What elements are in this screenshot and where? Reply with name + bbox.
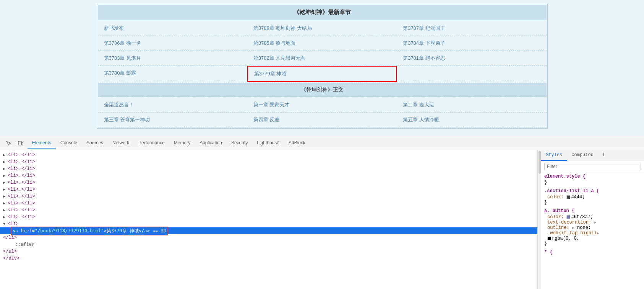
html-line[interactable]: ::after <box>0 241 537 248</box>
devtools-main: ▶ <li>…</li>▶ <li>…</li>▶ <li>…</li>▶ <l… <box>0 150 644 289</box>
scroll-thumb <box>539 151 541 174</box>
styles-tab-styles[interactable]: Styles <box>541 150 567 161</box>
table-cell[interactable]: 第3787章 纪沅国王 <box>397 21 546 36</box>
tab-security[interactable]: Security <box>227 138 252 149</box>
html-line[interactable]: ▶ <li>…</li> <box>0 200 537 207</box>
style-rule: a, button {color: #6f78a7;text-decoratio… <box>544 208 641 247</box>
latest-rows: 新书发布第3788章 乾坤剑神 大结局第3787章 纪沅国王第3786章 徐一名… <box>98 21 547 82</box>
table-row: 新书发布第3788章 乾坤剑神 大结局第3787章 纪沅国王 <box>98 21 547 36</box>
table-cell[interactable]: 第3786章 徐一名 <box>98 36 247 51</box>
table-cell[interactable]: 第3785章 脸与地面 <box>247 36 397 51</box>
styles-scrollbar[interactable] <box>538 150 541 289</box>
table-title: 《乾坤剑神》最新章节 <box>98 5 547 20</box>
cursor-icon[interactable] <box>3 138 14 149</box>
html-line[interactable]: ▶ <li>…</li> <box>0 165 537 172</box>
html-line[interactable]: </div> <box>0 255 537 262</box>
style-selector: * { <box>544 250 641 255</box>
html-line[interactable]: ▶ <li>…</li> <box>0 179 537 186</box>
tab-lighthouse[interactable]: Lighthouse <box>252 138 284 149</box>
tab-performance[interactable]: Performance <box>134 138 169 149</box>
styles-tab-l[interactable]: L <box>598 150 610 161</box>
html-line[interactable]: <a href="/book/9118/3329130.html">第3779章… <box>0 227 537 234</box>
table-cell[interactable]: 第二章 走大运 <box>397 98 546 112</box>
tab-network[interactable]: Network <box>108 138 134 149</box>
elements-panel[interactable]: ▶ <li>…</li>▶ <li>…</li>▶ <li>…</li>▶ <l… <box>0 150 538 289</box>
table-row: 第3786章 徐一名第3785章 脸与地面第3784章 下界弟子 <box>98 36 547 51</box>
table-cell[interactable]: 第四章 反差 <box>247 113 397 127</box>
style-selector: .section-list li a { <box>544 188 641 194</box>
table-cell[interactable]: 第五章 人情冷暖 <box>397 113 546 127</box>
webpage-area: 《乾坤剑神》最新章节 新书发布第3788章 乾坤剑神 大结局第3787章 纪沅国… <box>0 0 644 136</box>
device-icon[interactable] <box>15 138 26 149</box>
table-cell[interactable]: 全渠道感言！ <box>98 98 247 112</box>
tab-console[interactable]: Console <box>56 138 82 149</box>
style-close: } <box>544 200 641 205</box>
table-row: 第三章 苍穹第一神功第四章 反差第五章 人情冷暖 <box>98 113 547 127</box>
table-cell[interactable]: 第3782章 又见黑河天君 <box>247 51 397 65</box>
table-row: 第3780章 影露第3779章 神域 <box>98 66 547 82</box>
html-line[interactable]: ▶ <li>…</li> <box>0 193 537 200</box>
style-property: rgba(0, 0, <box>547 236 641 241</box>
devtools-tabs: ElementsConsoleSourcesNetworkPerformance… <box>28 138 310 149</box>
table-cell[interactable]: 第3781章 绝不容忍 <box>397 51 546 65</box>
styles-tabs: StylesComputedL <box>541 150 644 161</box>
content-table: 《乾坤剑神》最新章节 新书发布第3788章 乾坤剑神 大结局第3787章 纪沅国… <box>97 4 548 129</box>
style-rule: .section-list li a {color: #444;} <box>544 188 641 205</box>
html-line[interactable]: ▶ <li>…</li> <box>0 158 537 165</box>
table-cell[interactable]: 第3788章 乾坤剑神 大结局 <box>247 21 397 36</box>
style-property: text-decoration: ▶ <box>547 220 641 225</box>
svg-rect-1 <box>22 142 23 145</box>
svg-rect-0 <box>18 141 21 145</box>
styles-panel: StylesComputedL element.style {}.section… <box>541 150 644 289</box>
style-rule: element.style {} <box>544 174 641 185</box>
section2-title: 《乾坤剑神》正文 <box>98 83 547 97</box>
tab-sources[interactable]: Sources <box>82 138 108 149</box>
style-block: color: #6f78a7;text-decoration: ▶outline… <box>547 214 641 241</box>
style-close: } <box>544 241 641 247</box>
devtools-toolbar: ElementsConsoleSourcesNetworkPerformance… <box>0 136 644 150</box>
style-property: outline: ▶ none; <box>547 225 641 230</box>
tab-application[interactable]: Application <box>195 138 227 149</box>
style-selector: element.style { <box>544 174 641 179</box>
table-row: 第3783章 见湛月第3782章 又见黑河天君第3781章 绝不容忍 <box>98 51 547 66</box>
tab-memory[interactable]: Memory <box>169 138 195 149</box>
table-cell[interactable] <box>397 66 546 82</box>
table-cell[interactable]: 第3779章 神域 <box>247 66 397 82</box>
style-rule: * { <box>544 250 641 255</box>
style-property: color: #444; <box>547 194 641 200</box>
table-cell[interactable]: 第3783章 见湛月 <box>98 51 247 65</box>
html-line[interactable]: </li> <box>0 234 537 241</box>
style-property: -webkit-tap-highli▶ <box>547 230 641 236</box>
table-cell[interactable]: 第3784章 下界弟子 <box>397 36 546 51</box>
table-cell[interactable]: 第三章 苍穹第一神功 <box>98 113 247 127</box>
style-property: color: #6f78a7; <box>547 214 641 220</box>
html-line[interactable]: </ul> <box>0 248 537 255</box>
html-line[interactable]: ▶ <li>…</li> <box>0 214 537 220</box>
html-line[interactable]: ▶ <li>…</li> <box>0 186 537 193</box>
styles-filter <box>541 161 644 172</box>
style-block: color: #444; <box>547 194 641 200</box>
filter-input[interactable] <box>544 163 641 170</box>
devtools-panel: ElementsConsoleSourcesNetworkPerformance… <box>0 136 644 289</box>
table-cell[interactable]: 第一章 景家天才 <box>247 98 397 112</box>
style-selector: a, button { <box>544 208 641 214</box>
styles-content: element.style {}.section-list li a {colo… <box>541 172 644 289</box>
style-close: } <box>544 180 641 185</box>
html-line[interactable]: ▶ <li>…</li> <box>0 152 537 158</box>
html-line[interactable]: ▶ <li>…</li> <box>0 172 537 179</box>
tab-adblock[interactable]: AdBlock <box>284 138 310 149</box>
html-line[interactable]: ▶ <li>…</li> <box>0 207 537 214</box>
styles-tab-computed[interactable]: Computed <box>567 150 598 161</box>
table-cell[interactable]: 新书发布 <box>98 21 247 36</box>
table-row: 全渠道感言！第一章 景家天才第二章 走大运 <box>98 98 547 113</box>
tab-elements[interactable]: Elements <box>28 138 56 149</box>
main-rows: 全渠道感言！第一章 景家天才第二章 走大运第三章 苍穹第一神功第四章 反差第五章… <box>98 98 547 127</box>
table-cell[interactable]: 第3780章 影露 <box>98 66 247 82</box>
